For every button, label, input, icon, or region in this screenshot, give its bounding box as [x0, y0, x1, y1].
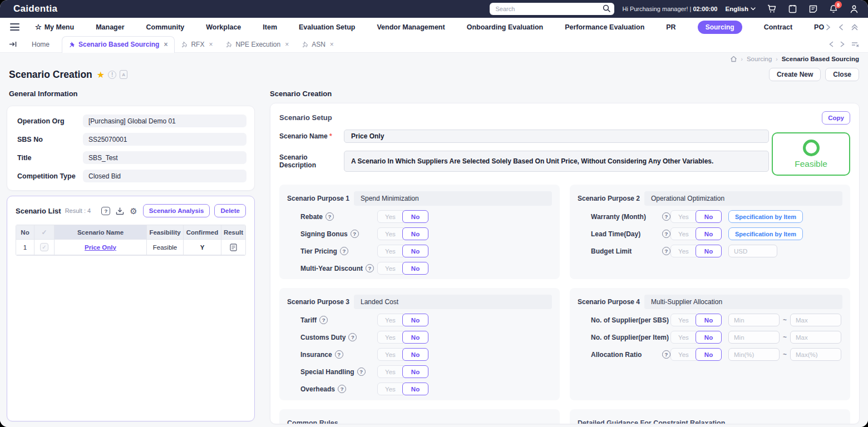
toggle-no[interactable]: No	[402, 227, 428, 240]
specification-by-item-button[interactable]: Specification by Item	[728, 227, 803, 240]
help-circle-icon[interactable]	[340, 247, 348, 255]
toggle-no[interactable]: No	[696, 331, 722, 344]
home-icon[interactable]	[730, 56, 737, 62]
toggle-yes[interactable]: Yes	[377, 383, 403, 395]
row-checkbox[interactable]	[40, 243, 48, 251]
clipboard-icon[interactable]	[787, 4, 797, 14]
tab-asn[interactable]: ASN×	[295, 36, 341, 53]
help-circle-icon[interactable]	[357, 368, 366, 376]
help-circle-icon[interactable]	[662, 212, 670, 221]
toggle-yes[interactable]: Yes	[670, 210, 697, 223]
purpose-2-value[interactable]: Operational Optimization	[644, 191, 842, 206]
hamburger-menu-icon[interactable]	[10, 23, 19, 31]
scenario-description-input[interactable]: A Scenario In Which Suppliers Are Select…	[344, 151, 769, 172]
nav-item-po[interactable]: PO	[814, 23, 824, 31]
close-tab-icon[interactable]: ×	[209, 41, 213, 48]
toggle-no[interactable]: No	[402, 348, 428, 361]
nav-item-vendor-management[interactable]: Vendor Management	[377, 23, 445, 31]
close-all-tabs-icon[interactable]	[851, 41, 859, 48]
nav-item-workplace[interactable]: Workplace	[206, 23, 241, 31]
info-icon[interactable]	[108, 71, 116, 79]
scenario-analysis-button[interactable]: Scenario Analysis	[143, 204, 210, 217]
tab-scenario-based-sourcing[interactable]: Scenario Based Sourcing×	[62, 36, 175, 53]
nav-item-manager[interactable]: Manager	[96, 23, 124, 31]
toggle-yes[interactable]: Yes	[377, 365, 403, 378]
help-circle-icon[interactable]	[348, 333, 357, 341]
nav-item-performance-evaluation[interactable]: Performance Evaluation	[565, 23, 644, 31]
help-circle-icon[interactable]	[366, 264, 374, 272]
help-circle-icon[interactable]	[351, 230, 359, 238]
nav-item-my-menu[interactable]: ☆My Menu	[35, 23, 74, 31]
close-button[interactable]: Close	[825, 68, 859, 81]
favorite-star-icon[interactable]: ★	[97, 69, 105, 80]
language-selector[interactable]: English	[725, 6, 756, 12]
nav-scroll-right-icon[interactable]	[826, 24, 831, 31]
toggle-yes[interactable]: Yes	[670, 314, 697, 326]
search-input[interactable]	[490, 3, 614, 15]
toggle-yes[interactable]: Yes	[377, 314, 403, 326]
nav-item-sourcing-active[interactable]: Sourcing	[698, 21, 742, 34]
toggle-no[interactable]: No	[402, 365, 428, 378]
toggle-no[interactable]: No	[402, 314, 428, 326]
toggle-yes[interactable]: Yes	[377, 245, 403, 257]
scenario-name-input[interactable]: Price Only	[344, 130, 769, 143]
toggle-no[interactable]: No	[402, 245, 428, 257]
settings-gear-icon[interactable]: ⚙	[130, 207, 137, 215]
toggle-yes[interactable]: Yes	[377, 348, 403, 361]
toggle-yes[interactable]: Yes	[377, 262, 403, 275]
tab-npe-execution[interactable]: NPE Execution×	[219, 36, 295, 53]
scenario-link[interactable]: Price Only	[85, 244, 116, 251]
purpose-3-value[interactable]: Landed Cost	[354, 295, 552, 309]
close-tab-icon[interactable]: ×	[330, 41, 334, 48]
toggle-yes[interactable]: Yes	[670, 331, 697, 344]
delete-button[interactable]: Delete	[214, 204, 246, 217]
nav-item-item[interactable]: Item	[263, 23, 277, 31]
max-percent-input[interactable]	[790, 348, 841, 361]
help-circle-icon[interactable]	[662, 230, 670, 238]
toggle-yes[interactable]: Yes	[670, 227, 697, 240]
tab-home[interactable]: Home	[32, 41, 50, 48]
toggle-yes[interactable]: Yes	[377, 210, 403, 223]
note-icon[interactable]	[808, 4, 818, 14]
tabs-scroll-left-icon[interactable]	[829, 41, 834, 47]
toggle-no[interactable]: No	[696, 348, 722, 361]
specification-by-item-button[interactable]: Specification by Item	[728, 210, 803, 223]
min-percent-input[interactable]	[728, 348, 780, 361]
help-icon[interactable]	[101, 207, 110, 215]
nav-scroll-left-icon[interactable]	[839, 24, 844, 31]
toggle-no[interactable]: No	[696, 245, 722, 257]
help-circle-icon[interactable]	[335, 350, 343, 359]
toggle-yes[interactable]: Yes	[377, 331, 403, 344]
help-circle-icon[interactable]	[326, 212, 334, 221]
purpose-1-value[interactable]: Spend Minimization	[354, 191, 552, 206]
nav-item-pr[interactable]: PR	[666, 23, 675, 31]
toggle-no[interactable]: No	[402, 383, 428, 395]
notifications-bell-icon[interactable]: 8	[828, 4, 839, 14]
select-all-check-icon[interactable]	[40, 228, 48, 236]
toggle-no[interactable]: No	[696, 227, 722, 240]
close-tab-icon[interactable]: ×	[285, 41, 289, 48]
toggle-no[interactable]: No	[696, 314, 722, 326]
cart-icon[interactable]	[767, 4, 777, 14]
pin-sidebar-icon[interactable]	[9, 41, 17, 48]
nav-item-community[interactable]: Community	[146, 23, 185, 31]
help-circle-icon[interactable]	[319, 316, 328, 324]
nav-item-contract[interactable]: Contract	[764, 23, 792, 31]
help-circle-icon[interactable]	[662, 350, 670, 359]
toggle-yes[interactable]: Yes	[670, 348, 697, 361]
toggle-yes[interactable]: Yes	[670, 245, 697, 257]
manual-doc-icon[interactable]	[120, 70, 127, 79]
close-tab-icon[interactable]: ×	[164, 41, 167, 48]
max-input[interactable]	[790, 331, 841, 344]
search-icon[interactable]	[603, 4, 610, 12]
budget-currency-input[interactable]	[728, 245, 777, 257]
tabs-scroll-right-icon[interactable]	[840, 41, 845, 47]
copy-button[interactable]: Copy	[822, 111, 850, 125]
toggle-yes[interactable]: Yes	[377, 227, 403, 240]
toggle-no[interactable]: No	[402, 262, 428, 275]
help-circle-icon[interactable]	[662, 247, 670, 255]
toggle-no[interactable]: No	[402, 210, 428, 223]
min-input[interactable]	[728, 314, 780, 326]
toggle-no[interactable]: No	[696, 210, 722, 223]
nav-item-evaluation-setup[interactable]: Evaluation Setup	[299, 23, 355, 31]
